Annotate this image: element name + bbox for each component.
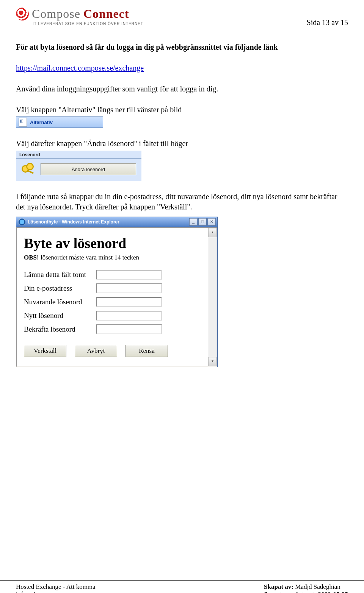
- apply-button[interactable]: Verkställ: [24, 345, 66, 357]
- ie-window-title: Lösenordbyte - Windows Internet Explorer: [28, 219, 119, 225]
- heading-text: För att byta lösenord så får du logga in…: [16, 42, 348, 52]
- field-input-1[interactable]: [96, 270, 162, 280]
- ie-app-icon: [19, 219, 25, 225]
- paragraph-4: I följande ruta så knappar du in din e-p…: [16, 192, 348, 212]
- exchange-link[interactable]: https://mail.connect.compose.se/exchange: [16, 64, 144, 72]
- logo-word-compose: Compose: [32, 7, 80, 21]
- scroll-up-icon[interactable]: ▴: [208, 228, 217, 237]
- field-label-4: Nytt lösenord: [24, 311, 96, 320]
- field-input-3[interactable]: [96, 297, 162, 307]
- dialog-note-bold: OBS!: [24, 254, 39, 261]
- footer-author-value: Madjd Sadeghian: [293, 583, 340, 590]
- paragraph-3: Välj därefter knappen "Ändra lösenord" i…: [16, 138, 348, 149]
- footer-left-line2: igång.doc: [16, 591, 96, 593]
- logo-word-connect: Connect: [83, 7, 129, 21]
- field-label-5: Bekräfta lösenord: [24, 325, 96, 333]
- paragraph-1: Använd dina inloggningsuppgifter som van…: [16, 84, 348, 94]
- field-label-2: Din e-postadress: [24, 284, 96, 293]
- change-password-button[interactable]: Ändra lösenord: [41, 163, 136, 175]
- footer-left-line1: Hosted Exchange - Att komma: [16, 583, 96, 591]
- scrollbar[interactable]: ▴ ▾: [208, 227, 217, 367]
- paragraph-2: Välj knappen "Alternativ" längs ner till…: [16, 105, 348, 115]
- alternativ-button[interactable]: Alternativ: [16, 116, 103, 128]
- cancel-button[interactable]: Avbryt: [75, 345, 117, 357]
- field-input-2[interactable]: [96, 283, 162, 293]
- change-password-label: Ändra lösenord: [72, 167, 105, 172]
- maximize-button[interactable]: □: [198, 218, 207, 226]
- keys-icon: [22, 163, 35, 176]
- page-footer: Hosted Exchange - Att komma igång.doc Sk…: [0, 580, 364, 593]
- password-panel-title: Lösenord: [16, 150, 141, 158]
- alternativ-label: Alternativ: [30, 120, 53, 125]
- logo-subtitle: IT LEVERERAT SOM EN FUNKTION ÖVER INTERN…: [33, 22, 179, 26]
- footer-updated-value: 2009-05-25: [316, 591, 348, 593]
- footer-author-label: Skapat av:: [264, 583, 293, 590]
- logo-block: Compose Connect IT LEVERERAT SOM EN FUNK…: [16, 7, 179, 26]
- scroll-down-icon[interactable]: ▾: [208, 357, 217, 366]
- field-label-1: Lämna detta fält tomt: [24, 271, 96, 279]
- alternativ-icon: [19, 118, 27, 127]
- logo-swirl-icon: [16, 8, 29, 20]
- minimize-button[interactable]: _: [189, 218, 198, 226]
- password-panel: Lösenord Ändra lösenord: [16, 150, 141, 181]
- field-label-3: Nuvarande lösenord: [24, 298, 96, 306]
- footer-updated-label: Senast uppdaterat:: [264, 591, 316, 593]
- dialog-note: OBS! lösenordet måste vara minst 14 teck…: [24, 254, 204, 261]
- dialog-note-rest: lösenordet måste vara minst 14 tecken: [39, 254, 139, 261]
- clear-button[interactable]: Rensa: [126, 345, 168, 357]
- close-button[interactable]: ✕: [207, 218, 216, 226]
- dialog-heading: Byte av lösenord: [24, 235, 204, 252]
- field-input-4[interactable]: [96, 311, 162, 321]
- ie-titlebar: Lösenordbyte - Windows Internet Explorer…: [16, 217, 217, 227]
- field-input-5[interactable]: [96, 324, 162, 334]
- page-number: Sida 13 av 15: [307, 18, 348, 27]
- ie-dialog-window: Lösenordbyte - Windows Internet Explorer…: [16, 217, 218, 367]
